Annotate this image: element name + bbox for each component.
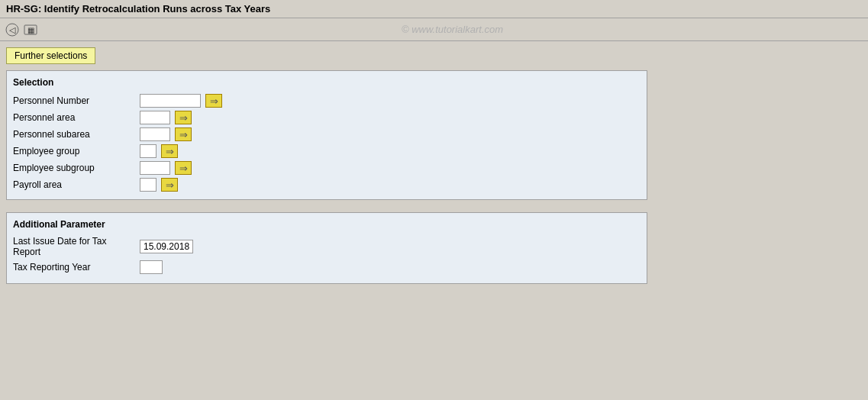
personnel-number-arrow-btn[interactable] (205, 94, 222, 108)
back-icon[interactable]: ◁ (5, 22, 20, 37)
page-title: HR-SG: Identify Retrocalculation Runs ac… (6, 3, 270, 15)
employee-subgroup-label: Employee subgroup (13, 163, 135, 173)
employee-subgroup-arrow-btn[interactable] (175, 161, 192, 175)
employee-group-input[interactable] (140, 144, 156, 158)
employee-subgroup-input[interactable] (140, 161, 170, 175)
tax-reporting-year-row: Tax Reporting Year (7, 259, 647, 276)
personnel-subarea-label: Personnel subarea (13, 129, 135, 140)
employee-group-label: Employee group (13, 146, 135, 156)
personnel-area-label: Personnel area (13, 112, 135, 123)
tax-reporting-year-input[interactable] (140, 260, 163, 274)
additional-section-title: Additional Parameter (7, 216, 647, 234)
employee-group-row: Employee group (7, 143, 647, 160)
payroll-area-row: Payroll area (7, 176, 647, 193)
personnel-subarea-input[interactable] (140, 127, 170, 141)
personnel-subarea-row: Personnel subarea (7, 126, 647, 143)
employee-subgroup-row: Employee subgroup (7, 160, 647, 176)
personnel-area-input[interactable] (140, 111, 170, 124)
payroll-area-label: Payroll area (13, 179, 135, 190)
last-issue-date-label: Last Issue Date for Tax Report (13, 236, 135, 257)
payroll-area-input[interactable] (140, 178, 156, 192)
last-issue-date-value: 15.09.2018 (140, 240, 193, 253)
additional-parameter-section: Additional Parameter Last Issue Date for… (6, 212, 647, 284)
selection-section-title: Selection (7, 74, 647, 92)
personnel-area-arrow-btn[interactable] (175, 111, 192, 124)
svg-text:▦: ▦ (27, 26, 34, 34)
title-bar: HR-SG: Identify Retrocalculation Runs ac… (0, 0, 868, 18)
personnel-number-input[interactable] (140, 94, 201, 108)
last-issue-date-row: Last Issue Date for Tax Report 15.09.201… (7, 234, 647, 259)
watermark: © www.tutorialkart.com (41, 24, 863, 35)
personnel-subarea-arrow-btn[interactable] (175, 127, 192, 141)
forward-icon[interactable]: ▦ (23, 22, 38, 37)
personnel-number-label: Personnel Number (13, 95, 135, 106)
personnel-number-row: Personnel Number (7, 92, 647, 109)
selection-section: Selection Personnel Number Personnel are… (6, 70, 647, 200)
payroll-area-arrow-btn[interactable] (161, 178, 178, 192)
svg-text:◁: ◁ (9, 25, 16, 34)
toolbar: ◁ ▦ © www.tutorialkart.com (0, 18, 868, 41)
employee-group-arrow-btn[interactable] (161, 144, 178, 158)
tax-reporting-year-label: Tax Reporting Year (13, 262, 135, 273)
personnel-area-row: Personnel area (7, 109, 647, 126)
main-content: Further selections Selection Personnel N… (0, 41, 868, 290)
further-selections-button[interactable]: Further selections (6, 47, 95, 64)
